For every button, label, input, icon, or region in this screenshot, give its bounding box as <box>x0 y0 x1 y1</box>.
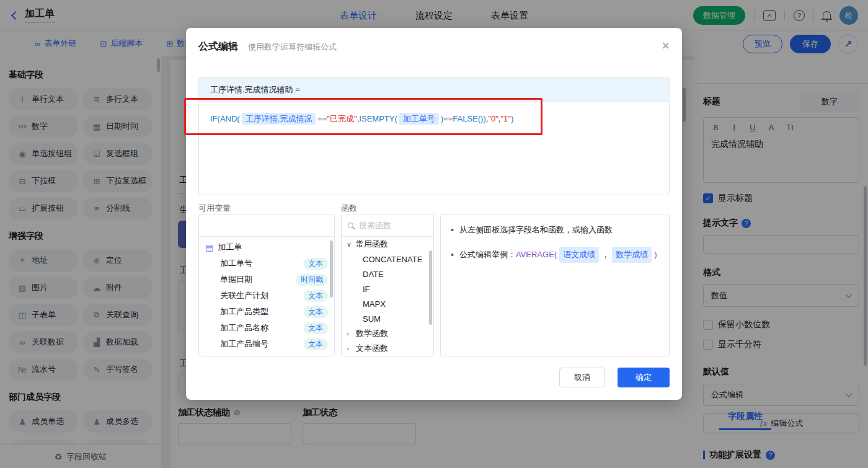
function-row[interactable]: ∨ 常用函数 <box>342 237 433 252</box>
modal-subtitle: 使用数学运算符编辑公式 <box>248 42 337 53</box>
functions-scrollbar[interactable] <box>429 250 432 325</box>
function-label: SUM <box>363 314 381 324</box>
function-row[interactable]: DATE <box>342 267 433 281</box>
function-row[interactable]: CONCATENATE <box>342 252 433 267</box>
function-search-input[interactable] <box>358 220 420 231</box>
function-label: IF <box>363 285 370 294</box>
variable-type-badge: 时间戳 <box>296 274 328 286</box>
modal-header: 公式编辑 使用数学运算符编辑公式 <box>198 40 670 59</box>
formula-token: 工序详情.完成情况 <box>242 113 316 125</box>
function-label: MAPX <box>363 299 386 309</box>
variable-row[interactable]: 加工单号 文本 <box>199 255 334 272</box>
help-example-comma: ， <box>601 248 609 262</box>
help-example-field: 语文成绩 <box>559 247 599 263</box>
variable-list: 加工单号 文本 单据日期 时间戳 关联生产计划 文本 <box>199 255 334 352</box>
formula-token: == <box>443 114 453 123</box>
functions-label: 函数 <box>341 203 440 214</box>
close-icon[interactable]: × <box>662 39 670 53</box>
form-name: 加工单 <box>218 242 242 253</box>
formula-code[interactable]: IF(AND(工序详情.完成情况=="已完成",ISEMPTY(加工单号)==F… <box>199 102 669 136</box>
caret-icon: › <box>347 330 353 337</box>
variable-name: 加工单号 <box>220 258 252 269</box>
formula-token: == <box>317 114 327 123</box>
function-label: DATE <box>363 270 384 279</box>
variables-tabs: 当前表单字段所有表单字段 <box>199 214 334 237</box>
variables-scrollbar[interactable] <box>330 241 333 298</box>
function-search[interactable] <box>342 214 433 237</box>
variable-type-badge: 文本 <box>303 322 328 334</box>
modal-title: 公式编辑 <box>198 40 238 53</box>
caret-icon: › <box>347 345 353 352</box>
function-row[interactable]: IF <box>342 281 433 296</box>
formula-token: ISEMPTY( <box>359 114 397 123</box>
help-example-prefix: 公式编辑举例： <box>459 248 516 262</box>
document-icon: ▤ <box>205 242 213 252</box>
bullet-icon: • <box>451 248 454 262</box>
variable-name: 关联生产计划 <box>220 290 268 301</box>
function-label: CONCATENATE <box>363 255 422 264</box>
app-root: 加工单 表单设计流程设定表单设置 数据管理 A ? 检 ∞ 表单外链 <box>0 0 868 468</box>
function-row[interactable]: MAPX <box>342 296 433 311</box>
variables-panel: 当前表单字段所有表单字段 ▤ 加工单 加工单号 文本 单据日期 <box>198 214 335 356</box>
formula-target: 工序详情.完成情况辅助 = <box>199 78 669 102</box>
formula-editor[interactable]: 工序详情.完成情况辅助 = IF(AND(工序详情.完成情况=="已完成",IS… <box>198 77 670 195</box>
help-line-2: • 公式编辑举例： AVERAGE( 语文成绩 ， 数学成绩 ) <box>451 247 659 263</box>
help-example-close: ) <box>654 248 657 262</box>
modal-panels: 当前表单字段所有表单字段 ▤ 加工单 加工单号 文本 单据日期 <box>198 214 670 356</box>
function-row[interactable]: › 数学函数 <box>342 326 433 341</box>
modal-footer: 取消 确定 <box>198 368 670 387</box>
help-example-function: AVERAGE( <box>516 248 557 262</box>
variable-row[interactable]: 单据日期 时间戳 <box>199 272 334 288</box>
search-icon <box>348 223 353 228</box>
help-example-field: 数学成绩 <box>612 247 652 263</box>
formula-token: "0" <box>488 114 498 123</box>
help-line-1: • 从左侧面板选择字段名和函数，或输入函数 <box>451 223 659 237</box>
variable-name: 加工产品类型 <box>220 306 268 317</box>
variable-row[interactable]: 加工产品名称 文本 <box>199 320 334 336</box>
formula-token: "已完成" <box>327 114 356 123</box>
formula-token: FALSE()) <box>453 114 485 123</box>
help-panel: • 从左侧面板选择字段名和函数，或输入函数 • 公式编辑举例： AVERAGE(… <box>440 214 670 356</box>
functions-panel: ∨ 常用函数 CONCATENATE DATE <box>341 214 434 356</box>
function-label: 常用函数 <box>356 239 388 250</box>
variable-name: 单据日期 <box>220 274 252 285</box>
variable-row[interactable]: 加工产品类型 文本 <box>199 304 334 320</box>
variable-type-badge: 文本 <box>303 290 328 302</box>
formula-token: "1" <box>500 114 510 123</box>
caret-icon: ∨ <box>347 241 353 249</box>
function-row[interactable]: › 文本函数 <box>342 341 433 356</box>
bullet-icon: • <box>451 223 454 237</box>
variable-row[interactable]: 加工产品编号 文本 <box>199 336 334 352</box>
variable-name: 加工产品名称 <box>220 322 268 333</box>
variables-label: 可用变量 <box>198 203 341 214</box>
function-label: 数学函数 <box>356 328 388 339</box>
variable-name: 加工产品编号 <box>220 338 268 350</box>
help-text: 从左侧面板选择字段名和函数，或输入函数 <box>459 223 613 237</box>
function-row[interactable]: SUM <box>342 311 433 326</box>
formula-token: 加工单号 <box>399 113 439 125</box>
confirm-button[interactable]: 确定 <box>618 368 670 387</box>
formula-token: IF(AND( <box>210 114 240 123</box>
function-list: ∨ 常用函数 CONCATENATE DATE <box>342 237 433 356</box>
variable-type-badge: 文本 <box>303 306 328 318</box>
variable-row[interactable]: 关联生产计划 文本 <box>199 288 334 304</box>
form-tree-node[interactable]: ▤ 加工单 <box>199 237 334 255</box>
variable-type-badge: 文本 <box>303 258 328 270</box>
panel-labels: 可用变量 函数 <box>198 203 670 214</box>
formula-token: ) <box>511 114 513 123</box>
variable-type-badge: 文本 <box>303 338 328 350</box>
function-label: 文本函数 <box>356 343 388 354</box>
formula-editor-modal: 公式编辑 使用数学运算符编辑公式 × 工序详情.完成情况辅助 = IF(AND(… <box>186 28 682 400</box>
cancel-button[interactable]: 取消 <box>559 368 605 387</box>
